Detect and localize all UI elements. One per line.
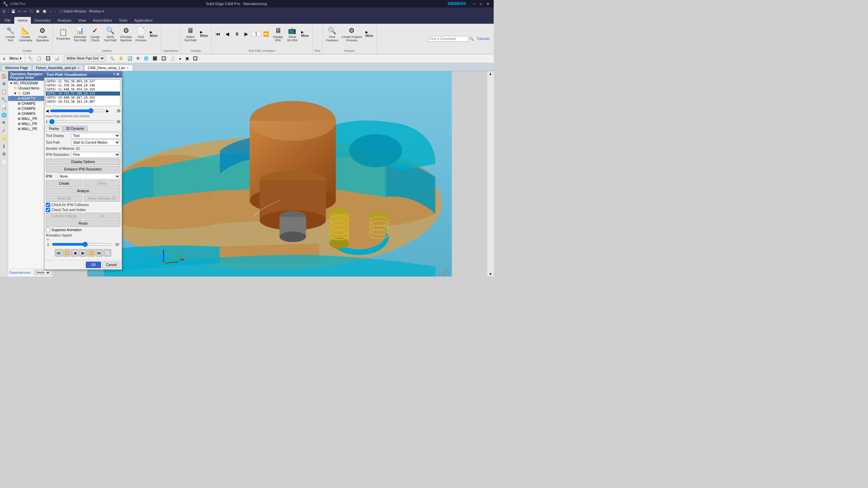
properties-btn[interactable]: 📋 Properties [55,27,72,41]
select-toolpath-btn[interactable]: 🖥 SelectTool Path [183,25,198,43]
cancel-btn[interactable]: Cancel [102,262,120,268]
tb-icon13[interactable]: ● [177,56,183,61]
menu-dropdown-btn[interactable]: Menu ▾ [7,56,23,61]
display-options-btn[interactable]: Display Options [46,159,120,165]
post-process-btn[interactable]: 📄 PostProcess [134,25,148,43]
work-part-dropdown[interactable]: Within Work Part Ord [64,56,105,61]
code-line-3[interactable]: GOTO/-11.048,56.954,10.165 [46,87,120,92]
playback-prev-btn[interactable]: ⏪ [63,249,71,257]
anim-play-btn[interactable]: ▶ [242,30,251,38]
minimize-btn[interactable]: ─ [471,1,477,6]
tab-welcome[interactable]: Welcome Page [1,65,32,71]
ipw-select[interactable]: None Faceted Solid [57,174,120,179]
playback-fwd-btn[interactable]: ▶ [79,249,87,257]
tutorials-btn[interactable]: Tutorials [477,37,490,41]
tb-icon6[interactable]: ✋ [117,56,125,61]
tab-fixture-close[interactable]: ✕ [77,66,80,70]
simulate-machine-btn[interactable]: ⚙ SimulateMachine [119,25,133,43]
tb-icon11[interactable]: 🔲 [160,56,168,61]
undo-btn[interactable]: ↩ [17,9,22,14]
code-line-5[interactable]: GOTO/-10.608,58.047,10.103 [46,96,120,100]
tb-icon7[interactable]: 🔄 [126,56,134,61]
qa-btn4[interactable]: ⬛ [28,9,34,14]
tab-file[interactable]: File [1,17,14,24]
delete-btn[interactable]: Delete [84,180,120,187]
code-line-4[interactable]: GOTO/-10.793,57.486,10.134 [46,92,120,96]
tb-icon14[interactable]: ▣ [184,56,191,61]
tb-icon10[interactable]: ⬛ [151,56,159,61]
motion-slider[interactable] [49,119,115,124]
check-tool-checkbox[interactable] [46,208,50,212]
tab-geometry[interactable]: Geometry [31,17,54,24]
anim-pause-btn[interactable]: ⏸ [233,30,241,38]
sb-icon-tool[interactable]: 🔧 [1,96,7,103]
sb-icon-3d[interactable]: 🌐 [1,111,7,118]
tab-replay[interactable]: Replay [46,126,62,131]
tb-icon12[interactable]: ⬜ [169,56,177,61]
playback-first-btn[interactable]: ⏮ [55,249,62,257]
tab-application[interactable]: Application [131,17,156,24]
tab-cam-demo-close[interactable]: ✕ [126,66,129,70]
check-ipw-checkbox[interactable] [46,203,50,207]
dialog-help-icon[interactable]: ? [113,73,115,77]
scroll-down-btn[interactable]: ▼ [488,271,493,277]
sb-icon-settings[interactable]: ⚙ [1,80,7,87]
tab-tools[interactable]: Tools [115,17,131,24]
find-features-btn[interactable]: 🔍 FindFeatures [325,25,340,43]
tool-display-select[interactable]: Tool Tool + Holder None [71,133,120,139]
ok-btn[interactable]: OK [86,262,101,268]
dialog-close-btn[interactable]: ✕ [116,72,120,77]
analyze-btn[interactable]: Analyze [46,188,120,194]
anim-speed-slider[interactable] [52,242,112,247]
tb-icon15[interactable]: 🔲 [191,56,199,61]
code-line-2[interactable]: GOTO/-11.370,56.460,10.196 [46,83,120,87]
tb-icon8[interactable]: ⚙ [135,56,141,61]
playback-next-btn[interactable]: ⏩ [87,249,95,257]
display-more-btn[interactable]: ▶More [199,29,209,38]
enhance-ipw-btn[interactable]: Enhance IPW Resolution [46,166,120,172]
tb-icon3[interactable]: 🔲 [44,56,52,61]
tab-view[interactable]: View [75,17,90,24]
qa-btn6[interactable]: 🔲 [41,9,47,14]
nav-details-dropdown[interactable]: Details [34,270,51,275]
display-ipw-btn[interactable]: 🖥 DisplayIPW [271,25,285,43]
find-cmd-icon[interactable]: 🔍 [469,37,474,41]
scroll-up-btn[interactable]: ▲ [488,71,493,76]
redo-btn[interactable]: ↪ [22,9,27,14]
create-feature-process-btn[interactable]: ⚙ Create FeatureProcess [340,25,363,43]
find-command-input[interactable] [428,36,469,42]
sb-icon-info[interactable]: ℹ [1,143,7,149]
sb-icon-home[interactable]: 🏠 [1,73,7,79]
slider-right-arrow[interactable]: ▶ [106,109,109,113]
create-btn[interactable]: Create [46,180,82,187]
tb-icon1[interactable]: 🔧 [26,56,35,61]
reset-btn[interactable]: Reset [46,220,120,227]
tb-icon5[interactable]: 🔍 [108,56,116,61]
qa-btn7[interactable]: ↔ [48,9,54,14]
tab-3d-dynamic[interactable]: 3D Dynamic [63,126,87,131]
ipw-resolution-select[interactable]: Fine Medium Coarse [71,152,120,158]
code-line-6[interactable]: GOTO/-10.553,58.343,10.087 [46,100,120,104]
list-btn[interactable]: List [84,213,120,219]
anim-first-btn[interactable]: ⏮ [214,30,222,38]
tb-icon9[interactable]: 🌐 [142,56,150,61]
code-line-1[interactable]: GOTO/-11.762,56.003,10.227 [46,79,120,83]
close-btn[interactable]: ✕ [485,1,491,6]
sb-icon-check[interactable]: ✓ [1,127,7,134]
sb-icon-path[interactable]: 📊 [1,104,7,110]
show-3d-ipw-btn[interactable]: 📺 Show3D IPW [285,25,299,43]
tb-icon4[interactable]: 📊 [53,56,61,61]
playback-stop-btn[interactable]: ⬜ [104,249,111,257]
create-geometry-btn[interactable]: 📐 CreateGeometry [18,25,34,43]
hamburger-icon[interactable]: ≡ [1,56,7,61]
slider-left-arrow[interactable]: ◀ [46,109,48,113]
actions-more-btn[interactable]: ▶More [149,29,159,38]
playback-back-btn[interactable]: ◀ [71,249,79,257]
sb-icon-view[interactable]: 👁 [1,119,7,126]
tab-cam-demo[interactable]: CAM_Demo_setup_1.prt ✕ [84,65,133,71]
sb-icon-star[interactable]: ⭐ [1,135,7,142]
anim-speed-input[interactable] [252,32,261,36]
gauge-check-btn[interactable]: ✓ GaugeCheck [88,25,102,43]
tb-icon2[interactable]: 📋 [35,56,43,61]
save-quick-btn[interactable]: 💾 [10,9,16,14]
